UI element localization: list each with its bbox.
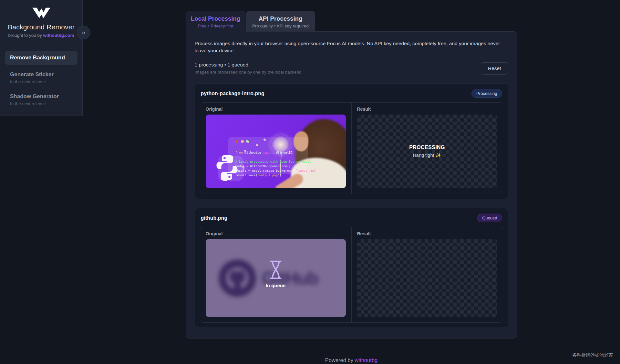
tab-local-processing[interactable]: Local Processing Free • Privacy-first [186,11,245,32]
dandelion-illustration [271,135,290,154]
original-image-preview: GitHub [206,239,346,317]
brand-block: Background Remover brought to you by wit… [0,0,82,38]
status-badge-queued: Queued [477,214,502,222]
reset-button[interactable]: Reset [481,62,508,75]
card-compare-panel: Original [200,102,503,194]
image-card-python-package: python-package-intro.png Processing Orig… [195,83,508,199]
local-processing-panel: Process images directly in your browser … [186,31,517,339]
card-filename: python-package-intro.png [201,91,264,96]
status-row: 1 processing • 1 queued Images are proce… [195,62,508,75]
code-keyword: from [235,151,243,154]
sidebar-nav: Remove Background Generate Sticker In th… [0,51,82,109]
brand-tagline: brought to you by withoutbg.com [0,33,82,38]
nav-item-sublabel: In the next release [10,101,72,106]
code-text: result.save( [235,173,258,177]
sidebar-item-generate-sticker: Generate Sticker In the next release [5,67,78,87]
window-dot-red [235,140,238,143]
original-column: Original GitHub [200,227,351,322]
tab-title: API Processing [246,15,315,22]
tagline-prefix: brought to you by [8,33,43,38]
withoutbg-logo [32,7,51,19]
footer-withoutbg-link[interactable]: withoutbg [355,357,378,363]
panel-wrap: Local Processing Free • Privacy-first AP… [186,11,517,363]
original-label: Original [206,231,346,236]
nav-item-label: Generate Sticker [10,71,72,78]
app-title: Background Remover [0,23,82,31]
processing-title: PROCESSING [409,145,445,150]
tab-api-processing[interactable]: API Processing Pro quality • API key req… [246,11,315,32]
queue-overlay: In queue [206,239,346,317]
nav-item-sublabel: In the next release [10,79,72,84]
processing-subtitle: Hang tight ✨ [413,153,441,158]
tab-subtitle: Free • Privacy-first [186,24,245,28]
card-filename: github.png [201,215,228,221]
watermark-text: 各种折腾@杨浦老苏 [572,352,613,358]
queue-status: 1 processing • 1 queued [195,62,303,68]
original-column: Original [200,103,351,194]
in-queue-text: In queue [266,283,286,288]
hourglass-icon [268,260,283,280]
result-column: Result PROCESSING Hang tight ✨ [351,103,503,194]
main-content: Local Processing Free • Privacy-first AP… [83,0,620,364]
status-badge-processing: Processing [471,89,502,98]
panel-description: Process images directly in your browser … [195,40,508,54]
queue-status-note: Images are processed one by one by the l… [195,70,303,75]
footer-prefix: Powered by [325,357,355,363]
result-column: Result [351,227,503,322]
card-compare-panel: Original GitHub [200,227,503,323]
original-label: Original [206,106,346,112]
tab-title: Local Processing [186,15,245,22]
result-label: Result [357,231,497,236]
tab-subtitle: Pro quality • API key required [246,24,315,28]
withoutbg-link[interactable]: withoutbg.com [43,33,74,38]
processing-tabs: Local Processing Free • Privacy-first AP… [186,11,517,32]
window-dot-pink [241,140,244,143]
footer: Powered by withoutbg [186,357,517,363]
card-header: github.png Queued [200,213,503,222]
nav-item-label: Remove Background [10,55,72,61]
code-comment: # Local processing with Open Source mode… [235,160,311,163]
result-image-placeholder [357,239,497,317]
sidebar-item-remove-background[interactable]: Remove Background [5,51,78,65]
background-remover-app: Background Remover brought to you by wit… [0,0,620,364]
original-image-preview: from withoutbg import WithoutBG # Local … [206,115,346,188]
image-card-github: github.png Queued Original [195,208,508,328]
sidebar: Background Remover brought to you by wit… [0,0,83,116]
status-block: 1 processing • 1 queued Images are proce… [195,62,303,75]
code-keyword: import [263,151,274,154]
dandelion-seed [241,165,245,170]
nav-item-label: Shadow Generator [10,93,72,100]
result-label: Result [357,106,497,112]
sidebar-item-shadow-generator: Shadow Generator In the next release [5,89,78,109]
code-string: "output.png" [257,173,280,177]
card-header: python-package-intro.png Processing [200,88,503,98]
code-window: from withoutbg import WithoutBG # Local … [228,137,308,174]
result-image-placeholder: PROCESSING Hang tight ✨ [357,115,497,188]
sidebar-collapse-button[interactable]: « [77,26,90,39]
chevron-double-left-icon: « [82,29,86,36]
code-text: ) [316,169,318,172]
code-string: "input.jpg" [296,169,316,172]
